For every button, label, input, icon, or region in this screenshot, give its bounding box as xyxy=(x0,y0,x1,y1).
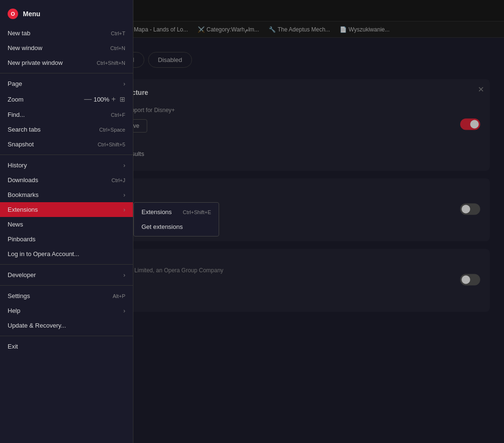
menu-item-extensions[interactable]: Extensions › xyxy=(0,202,133,217)
menu-item-extensions-arrow: › xyxy=(123,206,125,213)
menu-item-new-window-label: New window xyxy=(8,44,111,52)
menu-item-settings-label: Settings xyxy=(8,292,112,299)
menu-item-developer-label: Developer xyxy=(8,271,120,278)
menu-item-login[interactable]: Log in to Opera Account... xyxy=(0,247,133,261)
menu-item-developer[interactable]: Developer › xyxy=(0,268,133,282)
menu-overlay: O Menu New tab Ctrl+T New window Ctrl+N … xyxy=(0,0,504,443)
menu-item-search-tabs[interactable]: Search tabs Ctrl+Space xyxy=(0,122,133,137)
menu-item-update[interactable]: Update & Recovery... xyxy=(0,318,133,333)
menu-item-page-arrow: › xyxy=(123,81,125,87)
menu-item-settings[interactable]: Settings Alt+P xyxy=(0,288,133,303)
zoom-value: 100% xyxy=(93,96,109,103)
menu-item-page-label: Page xyxy=(8,80,120,87)
menu-item-page[interactable]: Page › xyxy=(0,76,133,91)
menu-divider-4 xyxy=(0,285,133,286)
menu-item-snapshot[interactable]: Snapshot Ctrl+Shift+5 xyxy=(0,137,133,152)
submenu-extensions-label: Extensions xyxy=(141,208,183,216)
menu-item-pinboards[interactable]: Pinboards xyxy=(0,232,133,247)
menu-item-snapshot-shortcut: Ctrl+Shift+5 xyxy=(98,142,125,147)
menu-item-new-private[interactable]: New private window Ctrl+Shift+N xyxy=(0,55,133,70)
menu-item-developer-arrow: › xyxy=(123,272,125,278)
menu-item-settings-shortcut: Alt+P xyxy=(112,293,125,299)
menu-item-find[interactable]: Find... Ctrl+F xyxy=(0,107,133,122)
menu-item-zoom-label: Zoom xyxy=(8,96,84,103)
submenu-get-extensions-label: Get extensions xyxy=(141,223,211,230)
menu-item-new-window[interactable]: New window Ctrl+N xyxy=(0,41,133,55)
menu-item-news[interactable]: News xyxy=(0,217,133,232)
menu-item-history[interactable]: History › xyxy=(0,158,133,173)
menu-item-login-label: Log in to Opera Account... xyxy=(8,250,125,258)
menu-item-pinboards-label: Pinboards xyxy=(8,236,125,243)
menu-item-new-tab[interactable]: New tab Ctrl+T xyxy=(0,26,133,41)
menu-item-find-shortcut: Ctrl+F xyxy=(111,112,125,118)
menu-item-help-arrow: › xyxy=(123,308,125,314)
menu-divider-5 xyxy=(0,336,133,336)
zoom-control: — 100% + ⊞ xyxy=(84,95,125,103)
menu-item-new-window-shortcut: Ctrl+N xyxy=(111,45,125,51)
menu-item-history-arrow: › xyxy=(123,162,125,169)
menu-item-downloads-shortcut: Ctrl+J xyxy=(111,177,125,183)
menu-item-help-label: Help xyxy=(8,307,120,314)
menu-item-extensions-container: Extensions › Extensions Ctrl+Shift+E Get… xyxy=(0,202,133,217)
menu-item-exit-label: Exit xyxy=(8,343,125,350)
menu-item-snapshot-label: Snapshot xyxy=(8,141,98,148)
menu-item-find-label: Find... xyxy=(8,111,111,118)
menu-logo: O xyxy=(8,9,18,19)
menu-item-bookmarks-label: Bookmarks xyxy=(8,191,120,198)
menu-divider-1 xyxy=(0,73,133,73)
zoom-plus-icon[interactable]: + xyxy=(111,95,116,103)
menu-item-help[interactable]: Help › xyxy=(0,303,133,318)
menu-item-news-label: News xyxy=(8,221,125,228)
menu-item-search-tabs-label: Search tabs xyxy=(8,126,99,133)
menu-item-search-tabs-shortcut: Ctrl+Space xyxy=(99,127,125,133)
menu-item-bookmarks-arrow: › xyxy=(123,192,125,198)
zoom-fullscreen-icon[interactable]: ⊞ xyxy=(120,95,125,103)
zoom-minus-icon[interactable]: — xyxy=(84,95,91,103)
menu-item-downloads-label: Downloads xyxy=(8,176,111,184)
menu-item-new-tab-shortcut: Ctrl+T xyxy=(111,31,125,36)
menu-header: O Menu xyxy=(0,4,133,26)
menu-title: Menu xyxy=(23,10,40,18)
submenu-get-extensions[interactable]: Get extensions xyxy=(134,219,219,234)
submenu-extensions[interactable]: Extensions Ctrl+Shift+E xyxy=(134,205,219,219)
menu-item-extensions-label: Extensions xyxy=(8,206,120,213)
menu-item-new-private-label: New private window xyxy=(8,59,97,66)
menu-item-new-private-shortcut: Ctrl+Shift+N xyxy=(97,60,125,66)
menu-divider-3 xyxy=(0,264,133,265)
menu-divider-2 xyxy=(0,155,133,155)
menu-item-zoom[interactable]: Zoom — 100% + ⊞ xyxy=(0,91,133,107)
submenu-extensions-shortcut: Ctrl+Shift+E xyxy=(183,209,211,215)
menu-item-exit[interactable]: Exit xyxy=(0,339,133,354)
menu-item-update-label: Update & Recovery... xyxy=(8,322,125,329)
extensions-submenu: Extensions Ctrl+Shift+E Get extensions xyxy=(133,202,219,237)
menu-item-new-tab-label: New tab xyxy=(8,30,111,37)
menu-item-downloads[interactable]: Downloads Ctrl+J xyxy=(0,173,133,187)
menu-item-bookmarks[interactable]: Bookmarks › xyxy=(0,187,133,202)
menu-panel: O Menu New tab Ctrl+T New window Ctrl+N … xyxy=(0,0,133,443)
menu-item-history-label: History xyxy=(8,162,120,169)
